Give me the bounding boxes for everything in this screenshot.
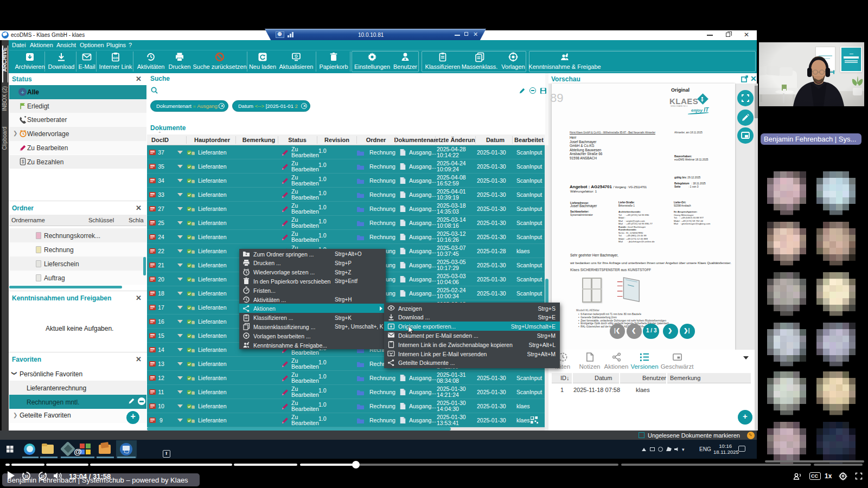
svg-text:$: $ <box>22 159 24 164</box>
svg-text:10: 10 <box>24 474 29 478</box>
svg-text:10: 10 <box>41 474 45 478</box>
svg-text:GO: GO <box>113 56 118 60</box>
